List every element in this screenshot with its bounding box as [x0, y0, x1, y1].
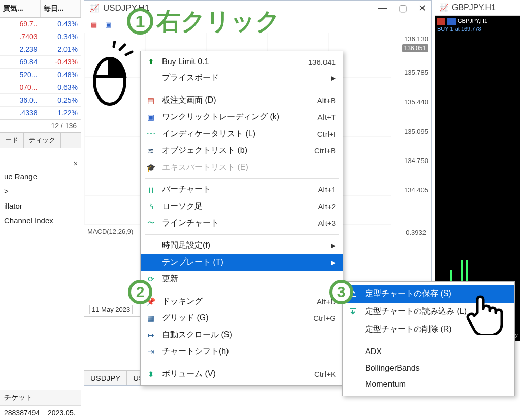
- order-ticket: 288387494: [0, 406, 44, 420]
- menu-template[interactable]: テンプレート (T) ▶: [141, 254, 343, 271]
- col-bid: 買気...: [0, 0, 41, 17]
- svg-line-3: [120, 45, 125, 50]
- menu-timeframe[interactable]: 時間足設定(f) ▶: [141, 237, 343, 254]
- minimize-icon[interactable]: —: [378, 3, 387, 14]
- market-watch-count: 12 / 136: [0, 119, 81, 132]
- maximize-icon[interactable]: ▢: [399, 3, 407, 14]
- market-watch-row[interactable]: 520...0.48%: [0, 69, 81, 81]
- market-watch-row[interactable]: 36.0..0.25%: [0, 94, 81, 107]
- chart-window-icon: [439, 3, 449, 12]
- menu-candle-chart[interactable]: 🕯 ローソク足 Alt+2: [141, 198, 343, 215]
- menu-label: Momentum: [365, 380, 406, 389]
- market-watch-panel: 買気... 毎日... 69.7..0.43%.74030.34%2.2392.…: [0, 0, 81, 420]
- market-watch-row[interactable]: .43381.22%: [0, 107, 81, 119]
- menu-oneclick[interactable]: ▣ ワンクリックトレーディング (k) Alt+T: [141, 109, 343, 125]
- chart-context-menu: ⬆ Buy Limit 0.1 136.041 プライスボード ▶ ▤ 板注文画…: [140, 51, 343, 386]
- menu-refresh[interactable]: ⟳ 更新: [141, 271, 343, 287]
- y-tick: 135.785: [404, 69, 428, 76]
- volume-icon: ⬍: [146, 369, 156, 379]
- menu-label: 定型チャートの読み込み (L): [365, 306, 467, 317]
- close-icon[interactable]: ×: [0, 158, 81, 169]
- load-icon: [349, 307, 358, 316]
- menu-label: 板注文画面 (D): [162, 95, 216, 106]
- pct-cell: 0.34%: [41, 30, 81, 43]
- bid-cell: 69.7..: [0, 18, 41, 30]
- tab-board[interactable]: ード: [0, 133, 24, 148]
- menu-separator: [347, 341, 510, 341]
- nav-item[interactable]: >: [0, 184, 81, 199]
- object-list-icon: ≋: [146, 146, 156, 156]
- menu-separator: [145, 89, 339, 89]
- pct-cell: 0.25%: [41, 94, 81, 106]
- market-watch-row[interactable]: .74030.34%: [0, 30, 81, 43]
- menu-grid[interactable]: ▦ グリッド (G) Ctrl+G: [141, 310, 343, 327]
- menu-board[interactable]: ▤ 板注文画面 (D) Alt+B: [141, 92, 343, 109]
- menu-label: ラインチャート: [162, 218, 219, 229]
- shortcut-label: Alt+1: [318, 185, 336, 194]
- menu-label: ローソク足: [162, 201, 203, 212]
- bar-chart-icon: ⫼: [146, 185, 156, 195]
- svg-line-4: [126, 52, 132, 55]
- menu-volume[interactable]: ⬍ ボリューム (V) Ctrl+K: [141, 366, 343, 382]
- y-tick: 134.405: [404, 186, 428, 194]
- menu-label: 定型チャートの削除 (R): [365, 324, 452, 335]
- shortcut-label: Alt+2: [318, 202, 336, 211]
- pct-cell: 0.43%: [41, 18, 81, 30]
- shortcut-label: Ctrl+G: [313, 314, 336, 322]
- menu-indicator-list[interactable]: 〰 インディケータリスト (L) Ctrl+I: [141, 125, 343, 142]
- menu-line-chart[interactable]: 〜 ラインチャート Alt+3: [141, 215, 343, 232]
- pct-cell: 1.22%: [41, 107, 81, 119]
- oneclick-icon: ▣: [146, 112, 156, 122]
- market-watch-row[interactable]: 69.7..0.43%: [0, 18, 81, 30]
- market-watch-header: 買気... 毎日...: [0, 0, 81, 18]
- tab-tick[interactable]: ティック: [24, 133, 61, 148]
- annotation-badge: 1: [127, 8, 153, 35]
- menu-label: 更新: [162, 274, 178, 284]
- market-watch-row[interactable]: 69.84-0.43%: [0, 56, 81, 69]
- oneclick-icon[interactable]: ▣: [103, 19, 114, 29]
- chart-titlebar[interactable]: GBPJPY,H1: [435, 0, 520, 16]
- panel-icon[interactable]: ▤: [88, 19, 100, 29]
- menu-autoscroll[interactable]: ↦ 自動スクロール (S): [141, 327, 343, 343]
- bid-cell: 36.0..: [0, 94, 41, 106]
- bid-cell: 2.239: [0, 43, 41, 55]
- menu-label: インディケータリスト (L): [162, 128, 255, 139]
- submenu-preset[interactable]: ADX: [343, 344, 514, 360]
- macd-value: 0.3932: [406, 229, 426, 236]
- panel-icon[interactable]: [437, 18, 445, 25]
- close-icon[interactable]: ✕: [418, 3, 426, 14]
- y-tick: 134.750: [404, 157, 428, 165]
- col-daily: 毎日...: [41, 0, 81, 17]
- menu-label: 自動スクロール (S): [162, 330, 232, 340]
- pct-cell: 0.48%: [41, 69, 81, 81]
- orders-header: チケット: [0, 390, 81, 406]
- market-watch-row[interactable]: 070...0.63%: [0, 81, 81, 94]
- nav-item[interactable]: ue Range: [0, 169, 81, 184]
- last-price-tag: 136.051: [402, 44, 428, 52]
- annotation-badge-2: 2: [128, 280, 152, 304]
- menu-buy-limit[interactable]: ⬆ Buy Limit 0.1 136.041: [141, 54, 343, 70]
- nav-item[interactable]: illator: [0, 199, 81, 213]
- y-tick: 135.440: [404, 98, 428, 106]
- mouse-right-click-icon: [89, 41, 135, 108]
- menu-bar-chart[interactable]: ⫼ バーチャート Alt+1: [141, 181, 343, 198]
- menu-chart-shift[interactable]: ⇥ チャートシフト(h): [141, 343, 343, 360]
- submenu-preset[interactable]: Momentum: [343, 376, 514, 393]
- bid-cell: 070...: [0, 81, 41, 93]
- annotation-step-1: 1 右クリック: [127, 5, 280, 38]
- bid-cell: .7403: [0, 30, 41, 43]
- nav-item[interactable]: Channel Index: [0, 213, 81, 228]
- menu-priceboard[interactable]: プライスボード ▶: [141, 70, 343, 86]
- menu-docking[interactable]: 📌 ドッキング Alt+D: [141, 293, 343, 310]
- menu-object-list[interactable]: ≋ オブジェクトリスト (b) Ctrl+B: [141, 142, 343, 159]
- chart-info: GBPJPY,H1: [458, 18, 488, 25]
- submenu-preset[interactable]: BollingerBands: [343, 360, 514, 376]
- chart-tab[interactable]: USDJPY: [84, 371, 127, 385]
- submenu-arrow-icon: ▶: [331, 259, 336, 266]
- chart-window-icon: [89, 3, 99, 13]
- oneclick-icon[interactable]: [447, 18, 456, 25]
- chart-shift-icon: ⇥: [146, 347, 156, 357]
- svg-line-5: [114, 41, 115, 47]
- menu-label: グリッド (G): [162, 313, 209, 324]
- market-watch-row[interactable]: 2.2392.01%: [0, 43, 81, 56]
